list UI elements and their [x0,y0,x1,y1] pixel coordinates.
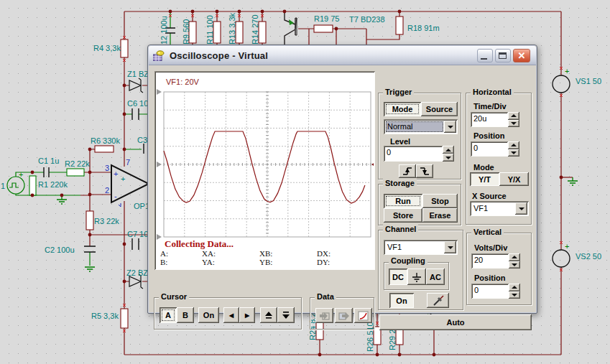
minimize-icon [481,58,487,60]
coupling-group-title: Coupling [389,256,428,265]
cursor-top-button[interactable] [260,307,277,323]
spinner-down-icon[interactable] [508,149,519,157]
spinner-down-icon[interactable] [443,154,454,162]
data-export-button[interactable] [335,308,353,323]
component-label: 1 [1,182,5,190]
horizontal-group: Horizontal Time/Div 20u Position 0 Mode … [466,93,532,225]
vertical-position-spinner[interactable] [509,284,520,299]
meas-ya-label: YA: [202,258,215,266]
ground-icon [411,271,422,283]
meas-xa-label: XA: [202,249,216,258]
component-label: + [565,67,569,75]
spinner-up-icon[interactable] [508,112,519,120]
maximize-button[interactable] [495,49,511,62]
titlebar[interactable]: Oscilloscope - Virtual ✕ [149,46,536,65]
app-icon [153,50,165,61]
erase-button[interactable]: Erase [422,208,458,223]
component-label: C3 [137,136,147,144]
meas-b-label: B: [160,258,167,266]
cursor-group: Cursor A B On ◀ ▶ [154,297,302,330]
curve-chart-icon [357,311,369,321]
data-curve-button[interactable] [354,308,372,323]
spinner-down-icon[interactable] [508,120,519,128]
trigger-rising-edge-button[interactable] [399,164,416,178]
channel-group: Channel VF1 Coupling DC AC On [378,230,463,310]
component-label: R5 3,3k [91,312,119,320]
arrow-into-box-icon [318,311,331,321]
store-button[interactable]: Store [384,208,422,223]
component-label: R3 22k [94,217,119,225]
volts-div-input[interactable]: 20 [471,253,509,269]
zener-diodes [129,78,143,289]
component-label: + [19,170,23,179]
x-source-dropdown-button[interactable] [515,202,527,215]
time-div-input[interactable]: 20u [471,112,508,127]
channel-select[interactable]: VF1 [384,240,458,255]
trigger-mode-select[interactable]: Normal [384,119,458,134]
channel-dropdown-button[interactable] [444,241,456,253]
spinner-down-icon[interactable] [509,291,520,299]
arrow-out-box-icon [338,311,350,321]
chevron-down-icon [444,241,456,253]
probe-button[interactable] [427,293,449,308]
component-label: + [114,169,118,178]
stop-button[interactable]: Stop [422,194,458,208]
arrow-up-bar-icon [264,311,273,319]
meas-dx-label: DX: [317,249,331,258]
minimize-button[interactable] [477,49,493,62]
yt-mode-button[interactable]: Y/T [470,172,499,186]
horizontal-group-title: Horizontal [471,88,514,96]
coupling-ac-button[interactable]: AC [426,269,445,285]
x-source-value: VF1 [472,203,514,214]
position-markers[interactable] [157,89,162,240]
yx-mode-button[interactable]: Y/X [499,172,529,186]
x-source-label: X Source [472,192,507,200]
volts-div-spinner[interactable] [509,253,520,269]
cursor-left-button[interactable]: ◀ [223,307,239,323]
spinner-up-icon[interactable] [509,284,520,291]
oscilloscope-window[interactable]: Oscilloscope - Virtual ✕ VF1: 20V Collec… [147,45,537,314]
trigger-level-input[interactable]: 0 [384,146,443,162]
time-div-spinner[interactable] [508,112,519,127]
spinner-up-icon[interactable] [509,253,520,261]
spinner-up-icon[interactable] [443,146,454,154]
component-label: R9 560 [182,19,190,45]
horizontal-position-input[interactable]: 0 [471,141,508,157]
trigger-marker[interactable] [371,161,374,175]
chevron-down-icon [444,121,456,133]
coupling-dc-button[interactable]: DC [389,269,407,285]
meas-xb-label: XB: [259,249,272,258]
trigger-source-button[interactable]: Source [421,102,458,116]
component-label: + [565,242,569,251]
component-label: R1 220k [38,180,68,189]
vertical-position-label: Position [474,274,505,282]
coupling-ground-button[interactable] [407,269,426,285]
falling-edge-icon [419,166,430,177]
trigger-mode-button[interactable]: Mode [384,102,421,116]
chevron-down-icon [515,202,527,215]
cursor-b-button[interactable]: B [177,307,194,323]
trigger-falling-edge-button[interactable] [416,164,433,178]
volts-div-label: Volts/Div [474,243,507,252]
horizontal-position-spinner[interactable] [508,141,519,157]
spinner-up-icon[interactable] [508,141,519,149]
component-label: 2 [105,186,109,195]
vertical-position-input[interactable]: 0 [471,284,509,299]
auto-button[interactable]: Auto [379,314,532,330]
component-label: R4 3,3k [93,44,121,52]
cursor-bottom-button[interactable] [277,307,295,323]
horizontal-position-label: Position [473,131,504,140]
trigger-mode-dropdown-button[interactable] [444,121,456,133]
cursor-a-button[interactable]: A [160,307,177,323]
data-import-button[interactable] [315,308,333,323]
x-source-select[interactable]: VF1 [470,201,529,216]
channel-on-button[interactable]: On [389,293,414,308]
run-button[interactable]: Run [384,194,422,208]
cursor-right-button[interactable]: ▶ [239,307,255,323]
storage-group-title: Storage [383,179,417,187]
close-button[interactable]: ✕ [513,49,530,62]
cursor-on-button[interactable]: On [198,307,219,323]
arrow-right-icon: ▶ [245,312,249,319]
spinner-down-icon[interactable] [509,261,520,269]
trigger-level-spinner[interactable] [443,146,454,162]
